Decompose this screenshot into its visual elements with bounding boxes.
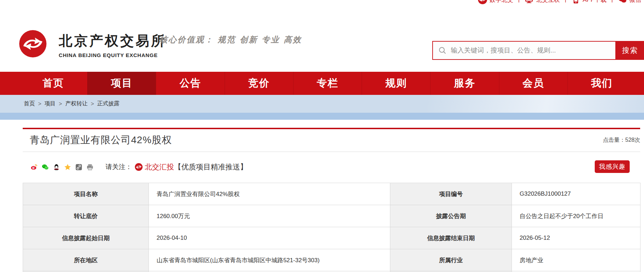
topbar-link-label: 北交互联 — [536, 0, 560, 4]
blue-strip — [0, 113, 644, 120]
follow-brand-name: 北交汇投 — [145, 162, 174, 172]
field-label: 披露公告期 — [390, 205, 512, 227]
hit-counter: 点击量：528次 — [603, 137, 640, 144]
table-row: 转让底价 1260.00万元 披露公告期 自公告之日起不少于20个工作日 — [23, 205, 641, 227]
page-title: 青岛广润置业有限公司42%股权 — [30, 133, 172, 147]
top-utility-bar: 数字北交 | 北交互联 | APP下载 | 微信 — [0, 0, 644, 5]
nav-item-bidding[interactable]: 竞价 — [225, 72, 293, 95]
field-label: 信息披露起始日期 — [23, 227, 149, 249]
bjex-badge-icon — [478, 0, 487, 4]
breadcrumb-equity-transfer[interactable]: 产权转让 — [65, 100, 88, 107]
copy-link-share-icon[interactable] — [75, 163, 82, 171]
nav-item-projects[interactable]: 项目 — [87, 72, 156, 95]
field-label: 所属行业 — [390, 249, 512, 271]
bjex-huitou-link[interactable]: 北交汇投 — [135, 162, 174, 172]
phone-icon — [571, 0, 580, 4]
monitor-icon — [524, 0, 534, 4]
field-value: 青岛广润置业有限公司42%股权 — [149, 183, 390, 205]
field-value: 山东省青岛市城阳区(山东省青岛市城阳区中城路521-32号303) — [149, 249, 390, 271]
link-wechat[interactable]: 微信 — [613, 0, 644, 4]
breadcrumb-formal-disclosure: 正式披露 — [97, 100, 120, 107]
bjex-logo[interactable] — [19, 30, 46, 57]
main-nav: 首页 项目 公告 竞价 专栏 规则 服务 会员 我们 — [0, 72, 644, 95]
nav-item-members[interactable]: 会员 — [499, 72, 567, 95]
link-digital-bjex[interactable]: 数字北交 — [473, 0, 518, 4]
search-icon — [438, 46, 447, 55]
brand-subtitle: CHINA BEIJING EQUITY EXCHANGE — [59, 52, 166, 58]
brand-block: 北京产权交易所 CHINA BEIJING EQUITY EXCHANGE — [59, 32, 166, 58]
field-value: 自公告之日起不少于20个工作日 — [512, 205, 641, 227]
breadcrumb-projects[interactable]: 项目 — [44, 100, 56, 107]
project-detail-card: 青岛广润置业有限公司42%股权 点击量：528次 请关注： 北交汇投 【优质项目… — [0, 120, 644, 272]
topbar-link-label: 微信 — [629, 0, 641, 4]
field-label: 项目编号 — [390, 183, 512, 205]
field-value: 1260.00万元 — [149, 205, 390, 227]
table-row: 信息披露起始日期 2026-04-10 信息披露结束日期 2026-05-12 — [23, 227, 641, 249]
qzone-share-icon[interactable] — [64, 163, 71, 171]
wechat-share-icon[interactable] — [42, 163, 49, 171]
table-row: 所在地区 山东省青岛市城阳区(山东省青岛市城阳区中城路521-32号303) 所… — [23, 249, 641, 271]
link-bjex-online[interactable]: 北交互联 — [520, 0, 565, 4]
search-input[interactable] — [451, 47, 615, 54]
core-values-slogan: 核心价值观： 规范 创新 专业 高效 — [159, 34, 302, 45]
breadcrumb-separator: > — [59, 101, 62, 107]
site-search: 搜索 — [432, 41, 644, 60]
search-button[interactable]: 搜索 — [616, 41, 644, 60]
field-value: 2026-04-10 — [149, 227, 390, 249]
wechat-icon — [618, 0, 627, 4]
breadcrumb-separator: > — [38, 101, 41, 107]
nav-item-services[interactable]: 服务 — [430, 72, 499, 95]
field-value: 房地产业 — [512, 249, 641, 271]
project-info-table: 项目名称 青岛广润置业有限公司42%股权 项目编号 G32026BJ100012… — [23, 183, 641, 272]
field-label: 所在地区 — [23, 249, 149, 271]
follow-label: 请关注： — [106, 162, 132, 172]
field-value: 2026-05-12 — [512, 227, 641, 249]
nav-item-columns[interactable]: 专栏 — [293, 72, 362, 95]
hits-label: 点击量： — [603, 137, 625, 143]
field-label: 信息披露结束日期 — [390, 227, 512, 249]
qq-share-icon[interactable] — [53, 163, 60, 171]
share-icons — [30, 163, 94, 171]
breadcrumb-home[interactable]: 首页 — [24, 100, 35, 107]
topbar-link-label: 数字北交 — [490, 0, 513, 4]
field-label: 转让底价 — [23, 205, 149, 227]
nav-item-announcements[interactable]: 公告 — [156, 72, 224, 95]
bjex-badge-icon — [135, 163, 143, 171]
link-app-download[interactable]: APP下载 — [566, 0, 612, 4]
share-row: 请关注： 北交汇投 【优质项目精准推送】 我感兴趣 — [30, 160, 640, 174]
nav-item-rules[interactable]: 规则 — [362, 72, 430, 95]
breadcrumb-separator: > — [91, 101, 94, 107]
print-icon[interactable] — [86, 163, 94, 171]
hits-value: 528次 — [625, 137, 640, 143]
follow-brand-suffix: 【优质项目精准推送】 — [174, 162, 247, 172]
table-row: 项目名称 青岛广润置业有限公司42%股权 项目编号 G32026BJ100012… — [23, 183, 641, 205]
interested-button[interactable]: 我感兴趣 — [595, 160, 630, 173]
topbar-link-label: APP下载 — [583, 0, 607, 4]
weibo-share-icon[interactable] — [30, 163, 38, 171]
brand-name: 北京产权交易所 — [59, 32, 166, 50]
field-label: 项目名称 — [23, 183, 149, 205]
site-header: 北京产权交易所 CHINA BEIJING EQUITY EXCHANGE 核心… — [0, 5, 644, 72]
search-box — [432, 41, 616, 60]
breadcrumb: 首页 > 项目 > 产权转让 > 正式披露 — [0, 95, 644, 113]
field-value: G32026BJ1000127 — [512, 183, 641, 205]
nav-item-about[interactable]: 我们 — [567, 72, 636, 95]
nav-item-home[interactable]: 首页 — [19, 72, 87, 95]
breadcrumb-background-image — [427, 95, 644, 113]
title-row: 青岛广润置业有限公司42%股权 点击量：528次 — [23, 129, 640, 152]
